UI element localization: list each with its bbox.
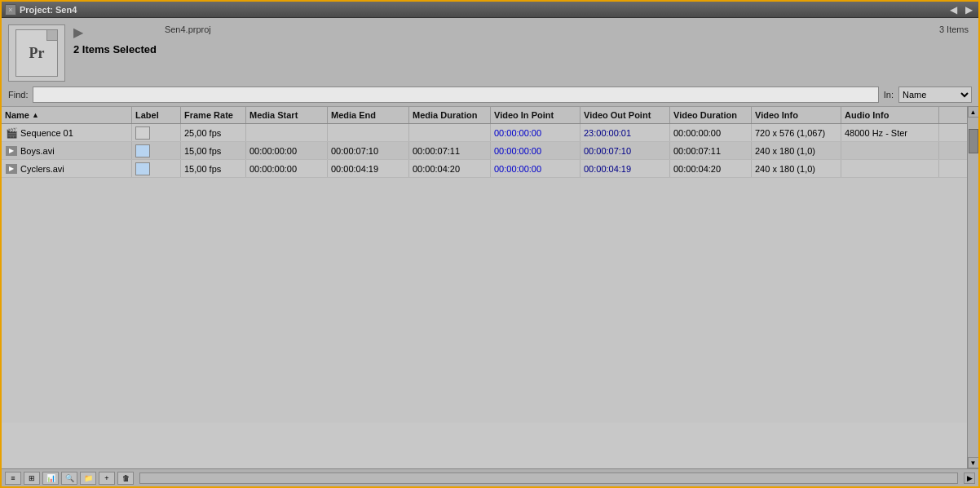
in-label: In: [884,90,894,100]
cell-label-0 [132,124,181,141]
horizontal-scrollbar[interactable] [139,472,958,484]
cell-mediaduration-1: 00:00:07:11 [409,142,491,159]
cell-mediaduration-0 [409,124,491,141]
table-header: Name ▲ Label Frame Rate Media Start Medi… [2,106,967,124]
table-body: 🎬 Sequence 01 25,00 fps [2,124,967,468]
table-row[interactable]: ▶ Cyclers.avi 15,00 fps 00:00:00:00 [2,160,967,178]
empty-list-area [2,178,967,423]
pr-label: Pr [29,45,45,62]
cell-videoinfo-0: 720 x 576 (1,067) [752,124,841,141]
window-title: Project: Sen4 [20,5,77,15]
cell-videoout-1: 00:00:07:10 [580,142,670,159]
cell-videoduration-1: 00:00:07:11 [670,142,752,159]
video-icon-2: ▶ [5,162,18,175]
cell-mediaend-1: 00:00:07:10 [328,142,409,159]
icon-view-button[interactable]: ⊞ [24,472,40,485]
title-bar: × Project: Sen4 ◀ ▶ [2,2,978,18]
scroll-thumb[interactable] [969,129,978,153]
film-strip-icon: ▶ [6,146,17,156]
cell-videoin-0: 00:00:00:00 [491,124,580,141]
metadata-button[interactable]: 📊 [42,472,59,485]
cell-videoout-0: 23:00:00:01 [580,124,670,141]
cell-videoin-2: 00:00:00:00 [491,160,580,177]
selected-info: ▶ 2 Items Selected [73,24,157,55]
sequence-icon: 🎬 [5,126,18,140]
pr-file-icon: Pr [15,29,58,77]
scroll-right-button[interactable]: ▶ [964,472,975,484]
col-header-mediastart[interactable]: Media Start [246,107,328,123]
scroll-up-button[interactable]: ▲ [968,106,979,118]
col-header-label[interactable]: Label [132,107,181,123]
cell-videoduration-0: 00:00:00:00 [670,124,752,141]
nav-next-icon[interactable]: ▶ [963,4,975,16]
list-view-button[interactable]: ≡ [5,472,21,485]
col-header-mediaend[interactable]: Media End [328,107,409,123]
col-header-audioinfo[interactable]: Audio Info [841,107,939,123]
panel-content: Pr ▶ 2 Items Selected Sen4.prproj 3 Item… [2,18,978,486]
cell-name-1: ▶ Boys.avi [2,142,132,159]
close-button[interactable]: × [5,4,16,16]
nav-icons: ◀ ▶ [947,4,975,16]
vertical-scrollbar[interactable]: ▲ ▼ [967,106,978,468]
in-select[interactable]: Name Label Frame Rate [898,87,972,103]
col-header-videoinfo[interactable]: Video Info [752,107,841,123]
find-bar: Find: In: Name Label Frame Rate [2,85,978,106]
cell-audioinfo-2 [841,160,939,177]
project-window: × Project: Sen4 ◀ ▶ Pr ▶ 2 Items Selecte… [0,0,980,488]
video-icon-1: ▶ [5,144,18,157]
cell-videoin-1: 00:00:00:00 [491,142,580,159]
table-container: Name ▲ Label Frame Rate Media Start Medi… [2,106,967,468]
cell-mediaend-0 [328,124,409,141]
cell-mediaend-2: 00:00:04:19 [328,160,409,177]
delete-button[interactable]: 🗑 [117,472,134,485]
label-color-2[interactable] [135,162,150,175]
new-item-button[interactable]: + [99,472,115,485]
cell-mediastart-2: 00:00:00:00 [246,160,328,177]
find-input[interactable] [33,87,878,103]
cell-mediaduration-2: 00:00:04:20 [409,160,491,177]
col-header-videoduration[interactable]: Video Duration [670,107,752,123]
cell-label-1 [132,142,181,159]
project-name: Sen4.prproj [165,24,211,34]
find-button[interactable]: 🔍 [61,472,77,485]
label-color-1[interactable] [135,144,150,157]
col-header-name[interactable]: Name ▲ [2,107,132,123]
table-row[interactable]: 🎬 Sequence 01 25,00 fps [2,124,967,142]
cell-audioinfo-0: 48000 Hz - Ster [841,124,939,141]
cell-framerate-0: 25,00 fps [181,124,246,141]
cell-audioinfo-1 [841,142,939,159]
table-row[interactable]: ▶ Boys.avi 15,00 fps 00:00:00:00 [2,142,967,160]
cell-videoout-2: 00:00:04:19 [580,160,670,177]
preview-icon: Pr [8,24,65,82]
top-area: Pr ▶ 2 Items Selected Sen4.prproj 3 Item… [2,18,978,85]
cell-name-2: ▶ Cyclers.avi [2,160,132,177]
cell-name-0: 🎬 Sequence 01 [2,124,132,141]
cell-framerate-2: 15,00 fps [181,160,246,177]
col-header-mediaduration[interactable]: Media Duration [409,107,491,123]
scroll-down-button[interactable]: ▼ [968,457,979,468]
cell-label-2 [132,160,181,177]
col-header-videoout[interactable]: Video Out Point [580,107,670,123]
cell-mediastart-0 [246,124,328,141]
cell-videoinfo-2: 240 x 180 (1,0) [752,160,841,177]
label-color-0[interactable] [135,126,150,140]
find-label: Find: [8,90,28,100]
items-selected-label: 2 Items Selected [73,43,157,55]
col-header-videoin[interactable]: Video In Point [491,107,580,123]
bottom-toolbar: ≡ ⊞ 📊 🔍 📁 + 🗑 ▶ [2,468,978,486]
item-count: 3 Items [939,24,972,34]
sort-arrow-name: ▲ [32,111,39,119]
main-area: Name ▲ Label Frame Rate Media Start Medi… [2,106,978,468]
nav-prev-icon[interactable]: ◀ [947,4,960,16]
new-bin-button[interactable]: 📁 [80,472,96,485]
cell-mediastart-1: 00:00:00:00 [246,142,328,159]
play-button[interactable]: ▶ [73,24,157,40]
film-strip-icon-2: ▶ [6,164,17,174]
cell-videoduration-2: 00:00:04:20 [670,160,752,177]
cell-videoinfo-1: 240 x 180 (1,0) [752,142,841,159]
cell-framerate-1: 15,00 fps [181,142,246,159]
col-header-framerate[interactable]: Frame Rate [181,107,246,123]
